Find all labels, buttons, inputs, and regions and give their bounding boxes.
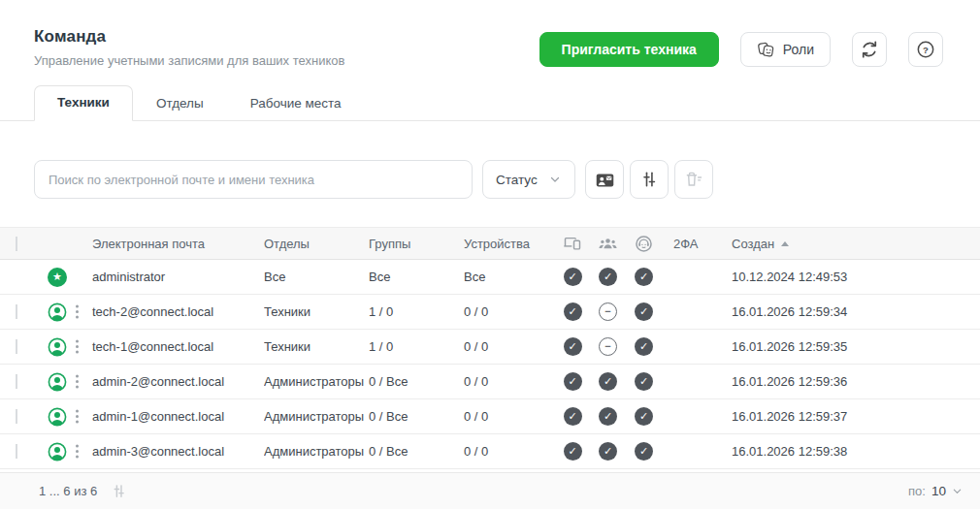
column-header-devices-access[interactable] [555,234,590,253]
table-row[interactable]: tech-2@connect.local Техники 1 / 0 0 / 0… [0,295,980,330]
created-cell: 16.01.2026 12:59:35 [724,339,980,354]
table-row[interactable]: admin-2@connect.local Администраторы 0 /… [0,365,980,399]
svg-text:?: ? [923,45,929,55]
per-page-label: по: [908,484,926,498]
pagination: 1 ... 6 из 6 [39,483,127,499]
per-page-select[interactable]: по: 10 [908,484,963,498]
devices-cell: 0 / 0 [464,374,555,389]
row-menu-kebab-icon[interactable] [70,442,83,461]
row-menu-kebab-icon[interactable] [70,372,83,392]
team-page: { "colors": { "accent_green": "#23b33a",… [0,0,980,509]
title-block: Команда Управление учетными записями для… [34,27,344,68]
table-header-row: Электронная почта Отделы Группы Устройст… [0,227,980,260]
technician-avatar-icon [48,407,67,427]
status-badge [635,372,653,391]
column-header-email[interactable]: Электронная почта [89,237,264,251]
contact-card-view-button[interactable] [585,160,624,199]
status-badge [599,372,617,391]
chevron-down-icon [952,486,963,496]
row-menu-kebab-icon[interactable] [70,337,83,357]
departments-cell: Техники [264,339,369,354]
table-row[interactable]: admin-3@connect.local Администраторы 0 /… [0,434,980,469]
status-badge [635,407,653,426]
column-header-departments[interactable]: Отделы [264,237,369,251]
table-row[interactable]: tech-1@connect.local Техники 1 / 0 0 / 0… [0,330,980,365]
status-badge [635,442,653,461]
status-badge [599,302,617,321]
devices-cell: Все [464,270,555,284]
email-cell: tech-2@connect.local [89,304,264,319]
status-badge [635,337,653,356]
status-badge [635,268,653,286]
search-input[interactable] [34,160,473,199]
status-filter-select[interactable]: Статус [482,160,575,199]
chevron-down-icon [549,174,561,185]
status-badge [599,407,617,426]
users-group-icon [598,234,618,254]
column-header-group-access[interactable] [590,234,626,254]
status-badge [564,442,582,461]
column-header-groups[interactable]: Группы [369,237,464,251]
groups-cell: 0 / Все [369,374,464,389]
column-header-2fa[interactable]: 2ФА [662,237,724,251]
pagination-settings-icon[interactable] [111,483,127,499]
row-menu-kebab-icon[interactable] [70,407,83,427]
roles-button[interactable]: Роли [740,32,831,67]
select-all-checkbox[interactable] [16,237,17,251]
columns-settings-button[interactable] [630,160,669,199]
email-cell: tech-1@connect.local [89,339,264,354]
sort-asc-icon [781,241,789,246]
devices-cell: 0 / 0 [464,444,555,459]
row-checkbox[interactable] [16,444,17,459]
status-badge [564,268,582,286]
invite-technician-button[interactable]: Пригласить техника [539,32,719,67]
help-button[interactable]: ? [908,32,943,67]
technician-avatar-icon [48,442,67,461]
tab-workplaces[interactable]: Рабочие места [227,87,365,120]
departments-cell: Администраторы [264,444,369,459]
row-menu-kebab-icon[interactable] [70,302,83,322]
sliders-icon [639,170,659,189]
created-cell: 16.01.2026 12:59:37 [724,409,980,424]
refresh-button[interactable] [852,32,887,67]
row-checkbox[interactable] [16,304,17,319]
email-cell: administrator [89,270,264,284]
departments-cell: Все [264,270,369,284]
refresh-icon [860,40,879,59]
devices-cell: 0 / 0 [464,409,555,424]
groups-cell: 1 / 0 [369,304,464,319]
toolbar: Статус [34,160,943,199]
departments-cell: Администраторы [264,374,369,389]
pagination-label: 1 ... 6 из 6 [39,484,97,498]
table-row[interactable]: admin-1@connect.local Администраторы 0 /… [0,399,980,434]
masks-icon [757,41,775,59]
created-cell: 16.01.2026 12:59:38 [724,444,980,459]
trash-icon [684,170,703,189]
created-header-label: Создан [732,237,774,251]
status-badge [564,302,582,321]
column-header-created[interactable]: Создан [724,237,980,251]
column-header-devices[interactable]: Устройства [464,237,555,251]
status-badge [599,268,617,286]
column-header-support-access[interactable] [626,234,662,254]
status-badge [564,337,582,356]
devices-cell: 0 / 0 [464,304,555,319]
tab-technicians[interactable]: Техники [34,85,133,121]
row-checkbox[interactable] [16,374,17,389]
row-checkbox[interactable] [16,339,17,354]
page-subtitle: Управление учетными записями для ваших т… [34,53,344,68]
groups-cell: 1 / 0 [369,339,464,354]
tab-departments[interactable]: Отделы [133,87,227,120]
row-checkbox[interactable] [16,409,17,424]
delete-selected-button[interactable] [674,160,713,199]
headset-icon [634,234,654,254]
select-all-cell [0,237,45,251]
table-row[interactable]: ★ administrator Все Все Все 10.12.2024 1… [0,260,980,295]
technician-avatar-icon [48,302,67,322]
created-cell: 10.12.2024 12:49:53 [724,270,980,284]
status-badge [599,337,617,356]
technician-avatar-icon [48,372,67,392]
status-badge [564,372,582,391]
tabs-bar: Техники Отделы Рабочие места [0,85,980,121]
created-cell: 16.01.2026 12:59:36 [724,374,980,389]
